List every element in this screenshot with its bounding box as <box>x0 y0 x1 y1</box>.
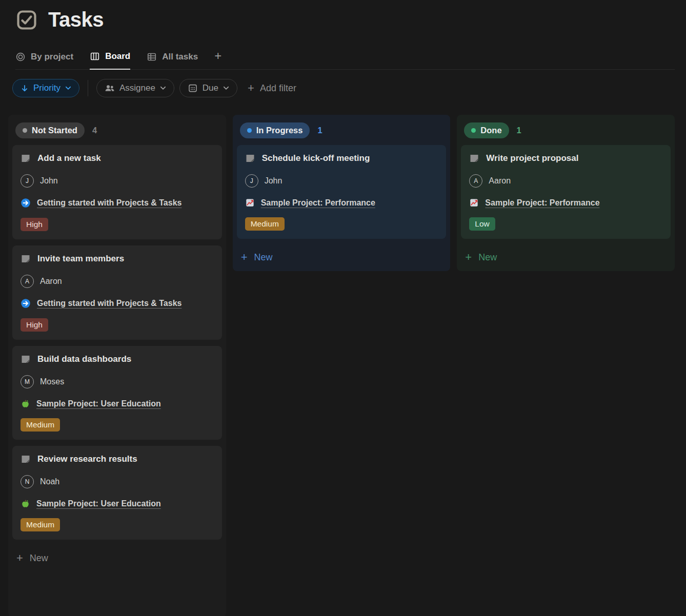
assignee-name: John <box>265 176 283 186</box>
priority-tag: Medium <box>21 418 60 432</box>
column-count: 4 <box>92 126 97 135</box>
project-link[interactable]: Sample Project: User Education <box>36 499 161 508</box>
checkbox-icon[interactable] <box>15 9 38 31</box>
task-title: Write project proposal <box>486 153 578 163</box>
arrow-down-icon <box>21 84 29 93</box>
board-icon <box>90 51 100 61</box>
new-task-label: New <box>478 252 497 263</box>
task-card[interactable]: Add a new task J John Getting started wi… <box>12 145 222 239</box>
task-card[interactable]: Schedule kick-off meeting J John <box>237 145 447 239</box>
status-dot <box>247 128 252 133</box>
new-task-label: New <box>30 553 48 564</box>
target-icon <box>15 52 26 62</box>
add-filter-button[interactable]: + Add filter <box>248 81 296 95</box>
task-card[interactable]: Build data dashboards M Moses Sample Pro… <box>12 346 222 440</box>
column-header: In Progress 1 <box>237 118 447 145</box>
project-link[interactable]: Sample Project: User Education <box>36 399 161 408</box>
page-icon <box>245 153 255 163</box>
new-task-label: New <box>254 252 273 263</box>
add-filter-label: Add filter <box>260 83 296 94</box>
new-task-button[interactable]: + New <box>461 245 671 267</box>
chevron-down-icon <box>160 86 166 90</box>
page-icon <box>469 153 479 163</box>
assignee-name: Moses <box>40 377 64 386</box>
assignee-name: Aaron <box>489 176 511 186</box>
new-task-button[interactable]: + New <box>237 245 447 267</box>
tab-all-tasks[interactable]: All tasks <box>147 52 198 69</box>
due-filter-pill[interactable]: Due <box>179 79 237 97</box>
assignee-filter-pill[interactable]: Assignee <box>96 79 174 97</box>
column-not-started: Not Started 4 Add a new task J <box>8 115 226 616</box>
apple-icon <box>21 399 30 408</box>
due-filter-label: Due <box>203 83 218 93</box>
status-label: Not Started <box>32 126 77 135</box>
calendar-icon <box>188 83 198 93</box>
plus-icon: + <box>241 251 248 264</box>
plus-icon: + <box>16 551 23 565</box>
assignee-name: John <box>40 176 58 186</box>
tab-label: Board <box>105 51 130 61</box>
page-icon <box>21 254 31 264</box>
task-title: Review research results <box>37 454 137 464</box>
tab-label: All tasks <box>162 52 198 62</box>
page-icon <box>21 354 31 364</box>
new-task-button[interactable]: + New <box>12 546 222 568</box>
table-icon <box>147 52 157 62</box>
column-header: Not Started 4 <box>12 118 222 145</box>
status-pill-done[interactable]: Done <box>464 122 509 138</box>
status-dot <box>23 128 27 133</box>
kanban-board: Not Started 4 Add a new task J <box>8 115 675 616</box>
page-title: Tasks <box>48 8 104 31</box>
project-link[interactable]: Sample Project: Performance <box>261 198 375 208</box>
status-pill-not-started[interactable]: Not Started <box>15 122 85 138</box>
task-card[interactable]: Write project proposal A Aaron <box>461 145 671 239</box>
tab-label: By project <box>31 52 73 62</box>
priority-tag: High <box>21 218 48 231</box>
assignee-name: Noah <box>40 477 59 486</box>
tasks-page: Tasks By project Board <box>0 0 686 616</box>
column-count: 1 <box>517 126 521 135</box>
assignee-name: Aaron <box>40 277 62 286</box>
chart-icon <box>469 198 479 208</box>
priority-sort-pill[interactable]: Priority <box>12 79 79 97</box>
project-link[interactable]: Getting started with Projects & Tasks <box>37 299 181 308</box>
add-view-button[interactable]: + <box>214 49 221 69</box>
chart-icon <box>245 198 255 208</box>
filter-bar: Priority Assignee <box>12 79 675 97</box>
column-done: Done 1 Write project proposal A A <box>457 115 675 271</box>
view-tabs: By project Board All tasks <box>15 49 675 70</box>
priority-tag: Low <box>469 217 495 231</box>
avatar: J <box>21 174 34 188</box>
arrow-circle-icon <box>21 198 31 208</box>
people-icon <box>105 83 115 93</box>
task-title: Add a new task <box>37 153 101 163</box>
column-in-progress: In Progress 1 Schedule kick-off meeting … <box>233 115 451 271</box>
task-title: Invite team members <box>37 254 124 264</box>
plus-icon: + <box>248 81 254 95</box>
avatar: A <box>469 174 482 188</box>
page-header: Tasks <box>15 8 675 31</box>
avatar: N <box>21 475 34 488</box>
task-card[interactable]: Review research results N Noah Sample Pr… <box>12 446 222 540</box>
project-link[interactable]: Getting started with Projects & Tasks <box>37 198 181 208</box>
status-pill-in-progress[interactable]: In Progress <box>240 122 310 138</box>
column-header: Done 1 <box>461 118 671 145</box>
task-card[interactable]: Invite team members A Aaron Getting star… <box>12 245 222 340</box>
column-count: 1 <box>317 126 322 135</box>
tab-by-project[interactable]: By project <box>15 52 73 69</box>
assignee-filter-label: Assignee <box>119 83 155 93</box>
task-title: Schedule kick-off meeting <box>262 153 370 163</box>
status-dot <box>471 128 476 133</box>
arrow-circle-icon <box>21 298 31 309</box>
priority-tag: Medium <box>245 217 285 231</box>
page-icon <box>21 454 31 464</box>
task-title: Build data dashboards <box>37 354 131 364</box>
filter-divider <box>88 80 88 96</box>
priority-tag: Medium <box>21 518 60 531</box>
chevron-down-icon <box>65 86 71 90</box>
tab-board[interactable]: Board <box>90 51 130 70</box>
priority-sort-label: Priority <box>33 83 60 93</box>
apple-icon <box>21 499 30 508</box>
project-link[interactable]: Sample Project: Performance <box>485 198 599 208</box>
page-icon <box>21 153 31 163</box>
